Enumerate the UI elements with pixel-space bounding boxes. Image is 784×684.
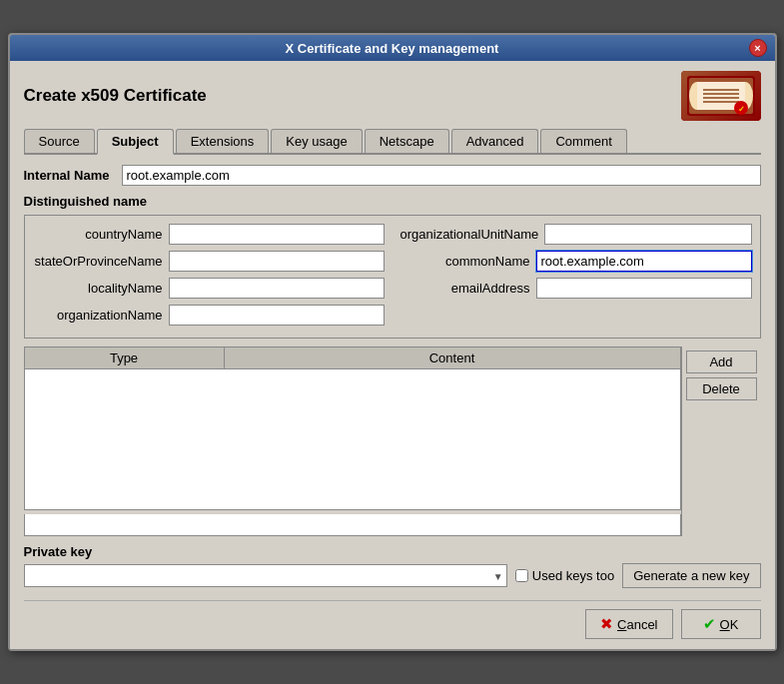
dn-box: countryName stateOrProvinceName locality… [24, 215, 761, 339]
email-label: emailAddress [400, 281, 530, 296]
table-header: Type Content [25, 347, 680, 369]
private-key-section: Private key ▼ Used keys too Generate a n… [24, 544, 761, 588]
dn-table-container: Type Content Add Delete [24, 346, 761, 536]
close-button[interactable]: × [749, 39, 767, 57]
email-input[interactable] [536, 278, 752, 299]
cancel-button[interactable]: ✖ Cancel [585, 609, 672, 639]
dn-ou-row: organizationalUnitName [400, 224, 752, 245]
window-title: X Certificate and Key management [36, 41, 749, 56]
svg-text:✓: ✓ [737, 105, 744, 114]
locality-name-input[interactable] [169, 278, 385, 299]
subject-section: Internal Name Distinguished name country… [24, 165, 761, 588]
country-name-input[interactable] [169, 224, 385, 245]
tab-comment[interactable]: Comment [540, 129, 626, 153]
org-name-input[interactable] [169, 305, 385, 326]
private-key-row: ▼ Used keys too Generate a new key [24, 563, 761, 588]
tab-bar: Source Subject Extensions Key usage Nets… [24, 129, 761, 155]
dn-org-row: organizationName [33, 305, 385, 326]
generate-key-button[interactable]: Generate a new key [622, 563, 760, 588]
logo: ✓ [681, 71, 761, 121]
col-content-header: Content [225, 347, 680, 368]
dn-table: Type Content [24, 346, 681, 510]
table-actions: Add Delete [681, 346, 761, 536]
dn-country-row: countryName [33, 224, 385, 245]
window-header: Create x509 Certificate [24, 71, 761, 121]
dn-email-row: emailAddress [400, 278, 752, 299]
private-key-select[interactable] [24, 564, 507, 587]
logo-image: ✓ [685, 74, 757, 118]
col-type-header: Type [25, 347, 225, 368]
dn-cn-row: commonName [400, 251, 752, 272]
internal-name-label: Internal Name [24, 168, 114, 183]
dn-right-col: organizationalUnitName commonName emailA… [400, 224, 752, 326]
ok-button[interactable]: ✔ OK [681, 609, 761, 639]
tab-key-usage[interactable]: Key usage [271, 129, 362, 153]
dialog-title: Create x509 Certificate [24, 86, 207, 106]
tab-advanced[interactable]: Advanced [451, 129, 539, 153]
cn-label: commonName [400, 254, 530, 269]
used-keys-label[interactable]: Used keys too [515, 568, 614, 583]
main-window: X Certificate and Key management × Creat… [8, 33, 777, 651]
dn-left-col: countryName stateOrProvinceName locality… [33, 224, 385, 326]
tab-extensions[interactable]: Extensions [176, 129, 270, 153]
dn-state-row: stateOrProvinceName [33, 251, 385, 272]
table-input-row[interactable] [24, 514, 681, 536]
state-name-label: stateOrProvinceName [33, 254, 163, 269]
internal-name-row: Internal Name [24, 165, 761, 186]
ou-name-input[interactable] [544, 224, 751, 245]
private-key-label: Private key [24, 544, 761, 559]
used-keys-checkbox[interactable] [515, 569, 528, 582]
cancel-icon: ✖ [600, 615, 613, 633]
dn-grid: countryName stateOrProvinceName locality… [33, 224, 752, 326]
ok-icon: ✔ [703, 615, 716, 633]
org-name-label: organizationName [33, 308, 163, 323]
delete-button[interactable]: Delete [686, 377, 757, 400]
table-body[interactable] [25, 369, 680, 509]
state-name-input[interactable] [169, 251, 385, 272]
titlebar: X Certificate and Key management × [10, 35, 775, 61]
private-key-select-wrapper: ▼ [24, 564, 507, 587]
dn-locality-row: localityName [33, 278, 385, 299]
dn-label: Distinguished name [24, 194, 761, 209]
dn-table-wrapper: Type Content [24, 346, 681, 536]
country-name-label: countryName [33, 227, 163, 242]
table-bottom-input[interactable] [25, 514, 680, 535]
locality-name-label: localityName [33, 281, 163, 296]
tab-subject[interactable]: Subject [97, 129, 174, 155]
dialog-buttons: ✖ Cancel ✔ OK [24, 600, 761, 639]
window-content: Create x509 Certificate [10, 61, 775, 649]
common-name-input[interactable] [536, 251, 752, 272]
tab-netscape[interactable]: Netscape [365, 129, 449, 153]
internal-name-input[interactable] [122, 165, 761, 186]
add-button[interactable]: Add [686, 350, 757, 373]
tab-source[interactable]: Source [24, 129, 95, 153]
ou-name-label: organizationalUnitName [400, 227, 539, 242]
